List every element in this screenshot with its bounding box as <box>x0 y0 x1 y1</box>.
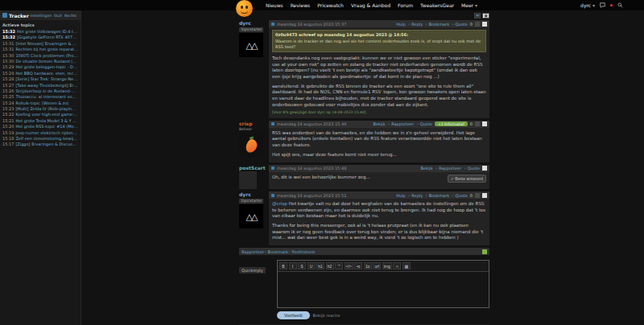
topic-link[interactable]: Thuisaccu: al interessant voor mij? (Duu… <box>15 94 78 100</box>
topic-link[interactable]: [Intel Nieuws] Ervaringen & Discussie (N… <box>15 41 78 47</box>
reply-textarea[interactable] <box>278 272 489 307</box>
topic-link[interactable]: [Take-away Thuisbezorgd] Ervaringen & Di… <box>15 83 78 88</box>
quote-header: 0z0u9473 schreef op maandag 14 augustus … <box>275 32 483 38</box>
table-button[interactable]: ▦ <box>402 262 411 269</box>
avatar[interactable]: △△ <box>239 204 263 228</box>
tracker-position-link[interactable]: Rechts <box>64 14 76 18</box>
nav-nieuws[interactable]: Nieuws <box>266 2 283 8</box>
topic-link[interactable]: 1080Ti Clock problemen (Processoren, moe… <box>15 53 78 59</box>
topic-link[interactable]: [Ziggo] Ervaringen & Discussie - Deel 16… <box>15 142 78 147</box>
nav-forum[interactable]: Forum <box>398 2 413 8</box>
bullet-list-button[interactable]: •≡ <box>354 262 362 269</box>
post-action-reply[interactable]: Reply <box>408 22 423 27</box>
topic-link[interactable]: Het grote RSS-topic #14 (Modded) <box>15 124 78 130</box>
image-button[interactable]: img <box>382 262 392 269</box>
post-paragraph: @crisp Het kwartje valt nu dat door het … <box>272 201 486 220</box>
moderation-rating-badge[interactable]: +2 Informatief <box>435 121 468 126</box>
post-action-hulp[interactable]: Hulp <box>396 22 406 27</box>
post-action-bookmark[interactable]: Bookmark <box>425 193 449 198</box>
vote-down-button[interactable] <box>482 121 487 126</box>
post-action-bekijk[interactable]: Bekijk <box>421 166 433 171</box>
post-action-quote[interactable]: Quote <box>452 193 468 198</box>
topic-link[interactable]: [Gigabyte GeForce RTX 4070 stijgt] (Vide… <box>17 35 78 40</box>
page-options-button[interactable]: ▣ <box>482 13 489 19</box>
nav-vraag-aanbod[interactable]: Vraag & Aanbod <box>351 2 390 8</box>
code-button[interactable]: </> <box>345 262 353 269</box>
post-action-bekijk[interactable]: Bekijk <box>374 121 386 126</box>
post-timestamp: maandag 14 augustus 2023 15:51 <box>277 193 346 198</box>
nav-tweakersgear[interactable]: TweakersGear <box>420 2 454 8</box>
collapse-sidebar-button[interactable]: « <box>80 13 81 18</box>
avatar[interactable] <box>239 133 263 157</box>
topic-link[interactable]: Strijdverloop in de Rusland-Oekraine oor… <box>15 88 78 94</box>
topic-link[interactable]: Het BBQ hardware, eten, recepten en crea… <box>15 71 78 76</box>
tracker-close-link[interactable]: Sluit <box>54 14 62 18</box>
topic-link[interactable]: Rechten bij het grote reparatie-topic (S… <box>15 47 78 52</box>
quote-button[interactable]: “” <box>335 262 343 269</box>
post-action-reply[interactable]: Reply <box>408 193 423 198</box>
post-action-hulp[interactable]: Hulp <box>396 193 406 198</box>
post-action-quote[interactable]: Quote <box>452 22 468 27</box>
post-action-rapporteer[interactable]: Rapporteer <box>436 166 462 171</box>
vote-up-button[interactable] <box>475 121 480 126</box>
heading2-button[interactable]: h2 <box>326 262 334 269</box>
post-action-quote[interactable]: Quote <box>464 166 480 171</box>
user-mention-link[interactable]: @crisp <box>272 201 287 206</box>
topic-link[interactable]: Het grote beleggen-topic - Deel 25 (Modd… <box>15 64 78 70</box>
best-answer-button[interactable]: ✓ Beste antwoord <box>448 175 486 183</box>
nav-meer[interactable]: Meer <box>461 2 477 8</box>
italic-button[interactable]: I <box>289 262 297 269</box>
avatar[interactable]: △△ <box>239 33 263 57</box>
unread-indicator[interactable] <box>482 249 487 254</box>
post-author[interactable]: dyrc <box>239 191 251 197</box>
nav-pricewatch[interactable]: Pricewatch <box>317 2 344 8</box>
post-timestamp: maandag 14 augustus 2023 15:48 <box>277 166 346 171</box>
chat-icon[interactable] <box>600 2 605 8</box>
post-paragraph: Toch desondanks nog even vastgeplakt: ku… <box>272 56 486 80</box>
link-button[interactable]: url <box>373 262 381 269</box>
topic-link[interactable]: [Serie] Star Trek: Strange New Worlds (F… <box>15 76 78 82</box>
post-score: 0 <box>470 193 473 198</box>
topic-link[interactable]: Het grote Volkswagen ID.4 topic - Deel 1… <box>17 29 78 35</box>
topic-link[interactable]: [Multi] Zelda IV (Role-playing games) <box>15 106 78 112</box>
vote-down-button[interactable] <box>482 22 487 27</box>
vote-down-button[interactable] <box>482 166 487 171</box>
tracker-settings-link[interactable]: Instellingen <box>31 14 52 18</box>
topic-link[interactable]: Rolluik-topic (Wonen & zo) <box>15 101 68 106</box>
post-action-bookmark[interactable]: Bookmark <box>425 22 449 27</box>
vote-up-button[interactable] <box>475 193 480 198</box>
avatar[interactable] <box>239 171 257 189</box>
subscribe-button[interactable]: ✉ <box>474 13 481 19</box>
post-author-column: dyrc Topicstarter △△ <box>239 191 269 245</box>
post-body: @crisp Het kwartje valt nu dat door het … <box>269 199 489 245</box>
topic-link[interactable]: Jeep-ruimer elektrisch rijden (Auto's en… <box>15 130 78 136</box>
footer-bookmark-link[interactable]: Bookmark <box>264 249 288 254</box>
topic-link[interactable]: Koeling voor high-end game-PC (Desktop k… <box>15 112 78 117</box>
underline-button[interactable]: U <box>308 262 316 269</box>
bold-button[interactable]: B <box>279 262 287 269</box>
post-author[interactable]: postScart <box>239 165 266 171</box>
post-action-quote[interactable]: Quote <box>416 121 432 126</box>
post-author[interactable]: crisp <box>239 121 252 126</box>
topic-link[interactable]: De situatie binnen Rusland (Themaforum: … <box>15 59 78 64</box>
topic-time: 15:17 <box>2 142 14 147</box>
vote-down-button[interactable] <box>482 193 487 198</box>
post-action-rapporteer[interactable]: Rapporteer <box>388 121 415 126</box>
tweakers-logo[interactable] <box>236 0 253 17</box>
smiley-button[interactable]: ☺ <box>393 262 401 269</box>
topic-link[interactable]: Het grote Tesla Model 3 & Y topic - Deel… <box>15 118 78 124</box>
numbered-list-button[interactable]: 1≡ <box>364 262 372 269</box>
footer-posthistorie-link[interactable]: Posthistorie <box>288 249 316 254</box>
vote-up-button[interactable] <box>475 22 480 27</box>
post-author[interactable]: dyrc <box>239 20 251 26</box>
topic-link[interactable]: Zelf een stroomstoring bewijzen: Ervarin… <box>15 136 78 142</box>
notification-dot[interactable] <box>610 4 613 6</box>
footer-rapporteer-link[interactable]: Rapporteer <box>242 249 264 254</box>
heading1-button[interactable]: h1 <box>316 262 324 269</box>
nav-reviews[interactable]: Reviews <box>291 2 311 8</box>
strikethrough-button[interactable]: S <box>298 262 306 269</box>
user-menu[interactable]: dyrc <box>580 2 595 8</box>
preview-button[interactable]: Voorbeeld <box>277 311 310 319</box>
search-icon[interactable] <box>617 2 623 8</box>
tracker-topic-row: 15:31Rechten bij het grote reparatie-top… <box>0 47 80 52</box>
